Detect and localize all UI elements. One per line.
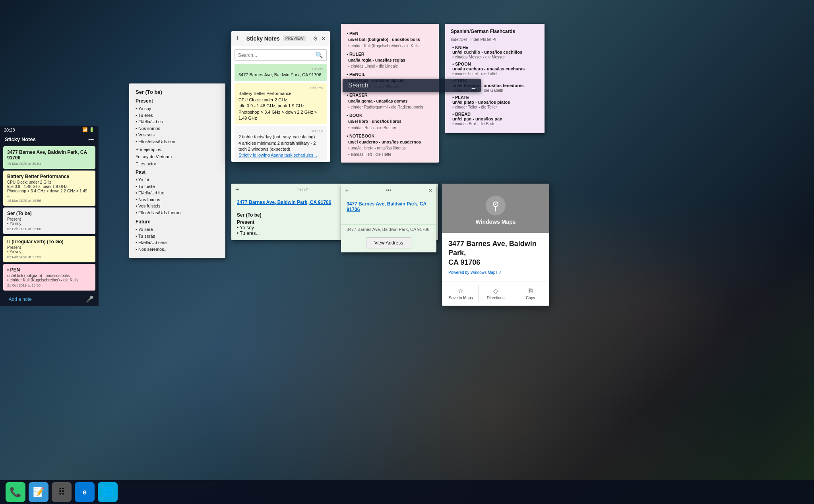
- list-item: Nos somos: [136, 125, 219, 132]
- search-cursor: _: [472, 82, 475, 89]
- list-item: Nos seremos...: [136, 246, 219, 253]
- close-icon[interactable]: ✕: [321, 35, 326, 42]
- category-label: • ERASER: [347, 93, 433, 97]
- vocab-category: • PLATE un/el plato - unos/los platos • …: [452, 95, 539, 109]
- vocab-item: un/el libro - unos/los libros • ein/das …: [348, 118, 433, 131]
- add-note-label: + Add a note: [5, 297, 32, 302]
- category-label: • RULER: [347, 52, 433, 56]
- address-popup: + ••• ✕ 3477 Barnes Ave, Baldwin Park, C…: [341, 184, 436, 252]
- app-search[interactable]: 🔍: [235, 49, 327, 61]
- note-sub: Present• Yo soy: [7, 217, 91, 226]
- save-in-maps-button[interactable]: ☆ Save in Maps: [444, 285, 479, 302]
- list-item[interactable]: Ser (To be) Present• Yo soy 02 Feb 2020 …: [3, 207, 95, 234]
- note-date: 19 Mar 2020 at 20:01: [7, 162, 91, 166]
- list-item: Vos fuisteis: [136, 203, 219, 209]
- note-card-yellow[interactable]: 7:56 PM Battery Better PerformanceCPU Cl…: [235, 83, 327, 124]
- search-text: Search: [348, 82, 469, 89]
- future-list: Yo seré Tu serás El/ella/Ud será Nos ser…: [136, 226, 219, 252]
- list-item: Ellos/ellas/Uds son: [136, 138, 219, 145]
- note-sub: CPU Clock: under 2 GHz.Idle 0.9 - 1.48 G…: [7, 180, 91, 198]
- directions-button[interactable]: ◇ Directions: [479, 285, 514, 302]
- category-label: • PEN: [347, 31, 433, 36]
- list-item[interactable]: 3477 Barnes Ave, Baldwin Park, CA 91706 …: [3, 146, 95, 169]
- note-title: Ser (To be): [7, 211, 91, 216]
- copy-button[interactable]: ⎘ Copy: [513, 285, 548, 302]
- note-time: Mar 16: [238, 129, 323, 133]
- maps-address: 3477 Barnes Ave, Baldwin Park, CA 91706: [442, 233, 549, 270]
- copy-label: Copy: [526, 296, 535, 300]
- list-item[interactable]: • PEN un/el boli (boligrafo) - unos/los …: [3, 264, 95, 291]
- note-date: Feb 2: [297, 187, 308, 192]
- taskbar-phone[interactable]: 📞: [6, 482, 25, 502]
- phone-notes-list: 3477 Barnes Ave, Baldwin Park, CA 91706 …: [0, 145, 99, 292]
- note-date: 02 Feb 2020 at 12:00: [7, 227, 91, 231]
- view-address-button[interactable]: View Address: [366, 237, 412, 248]
- future-label: Future: [136, 219, 219, 225]
- list-item: Tu serás: [136, 233, 219, 240]
- examples-label: Por ejemplos:: [136, 147, 219, 152]
- vocab-category: • KNIFE un/el cuchillo - unos/los cuchil…: [452, 45, 539, 59]
- maps-icon: [486, 196, 506, 215]
- list-item: El/ella/Ud es: [136, 118, 219, 125]
- note-ser-tobe: Ser (To be) Present Yo soy Tu eres El/el…: [129, 83, 225, 258]
- note-title: Battery Better Performance: [7, 174, 91, 179]
- address-display: 3477 Barnes Ave, Baldwin Park, CA 91706: [341, 224, 436, 236]
- maps-address-line2: CA 91706: [448, 258, 480, 266]
- phone-status-bar: 20:28 📶 🔋: [0, 126, 99, 134]
- gear-icon[interactable]: ⚙: [313, 35, 318, 42]
- notes-icon: 📝: [33, 487, 45, 498]
- maps-actions: ☆ Save in Maps ◇ Directions ⎘ Copy: [442, 281, 549, 306]
- asana-link[interactable]: Strictly following Asana task schedules.…: [238, 153, 323, 157]
- directions-icon: ◇: [493, 287, 498, 295]
- browser-icon: 🌐: [102, 487, 114, 498]
- search-input[interactable]: [238, 52, 313, 58]
- phone-icon: 📞: [10, 487, 21, 498]
- star-icon: ☆: [458, 287, 463, 295]
- preview-badge: PREVIEW: [283, 36, 306, 41]
- list-item: Yo seré: [136, 226, 219, 233]
- note-sub: Present• Yo voy: [7, 245, 91, 254]
- vocab-category: • BREAD un/el pan - unos/los pan • ein/d…: [452, 112, 539, 126]
- phone-app-header: Sticky Notes •••: [0, 134, 99, 145]
- powered-link[interactable]: ↗: [498, 270, 502, 275]
- phone-menu-dots[interactable]: •••: [88, 136, 94, 142]
- add-icon[interactable]: +: [345, 187, 349, 194]
- note-content: 2 tinhte facts/day (not easy, calculatin…: [238, 134, 323, 152]
- voice-icon[interactable]: 🎤: [86, 295, 94, 303]
- search-bar-area[interactable]: Search _: [343, 79, 481, 92]
- note-title: 3477 Barnes Ave, Baldwin Park, CA 91706: [7, 149, 91, 161]
- app-title-area: Sticky Notes PREVIEW: [246, 35, 306, 42]
- phone-app-name: Sticky Notes: [5, 136, 36, 142]
- note-card-white[interactable]: Mar 16 2 tinhte facts/day (not easy, cal…: [235, 126, 327, 160]
- address-link[interactable]: 3477 Barnes Ave, Baldwin Park, CA 91706: [347, 201, 431, 212]
- list-item: Yo fui: [136, 176, 219, 183]
- taskbar-apps[interactable]: ⠿: [52, 482, 72, 502]
- past-list: Yo fui Tu fuiste El/ella/Ud fue Nos fuim…: [136, 176, 219, 216]
- menu-dots[interactable]: •••: [386, 188, 391, 193]
- add-note-button[interactable]: + Add a note 🎤: [0, 292, 99, 306]
- close-icon[interactable]: ✕: [428, 188, 432, 193]
- list-item[interactable]: Battery Better Performance CPU Clock: un…: [3, 171, 95, 206]
- phone-widget: 20:28 📶 🔋 Sticky Notes ••• 3477 Barnes A…: [0, 126, 99, 306]
- note-content: 3477 Barnes Ave, Baldwin Park, CA 91706: [238, 72, 323, 78]
- note-content: Battery Better PerformanceCPU Clock: und…: [238, 91, 323, 121]
- vocab-item: una/la goma - unas/las gomas • ein/der R…: [348, 98, 433, 111]
- past-label: Past: [136, 169, 219, 175]
- taskbar-browser[interactable]: 🌐: [98, 482, 118, 502]
- add-icon[interactable]: +: [235, 186, 239, 193]
- category-label: • NOTEBOOK: [347, 134, 433, 138]
- sticky-notes-app: + Sticky Notes PREVIEW ⚙ ✕ 🔍 8:01 PM 347…: [231, 31, 330, 162]
- list-item: Vos sois: [136, 132, 219, 138]
- add-note-icon[interactable]: +: [235, 34, 240, 43]
- address-popup-header: + ••• ✕: [341, 184, 436, 197]
- maps-address-line1: 3477 Barnes Ave, Baldwin Park,: [448, 240, 537, 257]
- taskbar-notes[interactable]: 📝: [29, 482, 48, 502]
- maps-header: Windows Maps: [442, 184, 549, 233]
- edge-icon: e: [83, 488, 87, 496]
- taskbar-edge[interactable]: e: [75, 482, 95, 502]
- example-2: El es actor: [136, 161, 219, 166]
- note-card-green[interactable]: 8:01 PM 3477 Barnes Ave, Baldwin Park, C…: [235, 64, 327, 81]
- list-item: Tu eres: [136, 112, 219, 119]
- list-item[interactable]: Ir (Irregular verb) (To Go) Present• Yo …: [3, 236, 95, 262]
- indef-def-label: Indef/Def - Indef PI/Def PI: [451, 37, 539, 42]
